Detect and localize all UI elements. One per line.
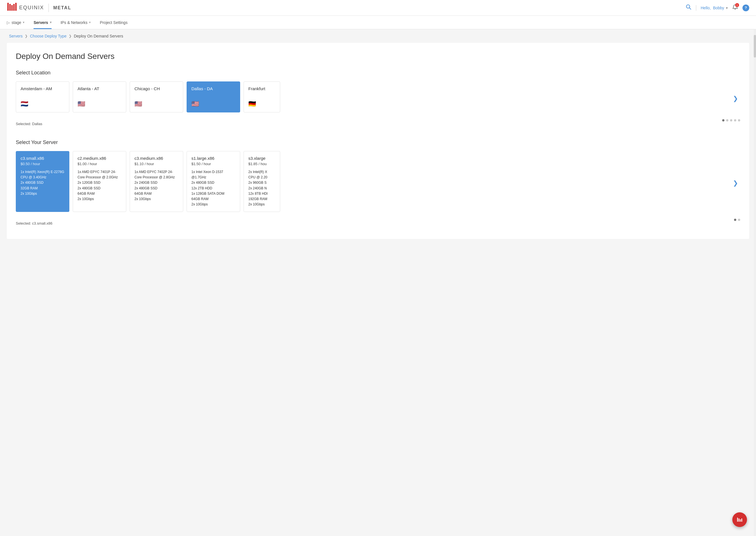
location-chicago-name: Chicago - CH bbox=[134, 86, 178, 91]
location-footer: Selected: Dallas bbox=[16, 119, 740, 130]
nav-project-settings[interactable]: Project Settings bbox=[100, 16, 127, 29]
svg-line-6 bbox=[689, 8, 691, 9]
header-right: Hello, Bobby ▾ 1 ? bbox=[686, 4, 749, 11]
server-c3-medium-price: $1.10 / hour bbox=[134, 162, 178, 166]
server-section-title: Select Your Server bbox=[16, 140, 740, 146]
location-cards-row: Amsterdam - AM 🇳🇱 Atlanta - AT 🇺🇸 Chicag… bbox=[16, 82, 740, 116]
nav-project-label: stage bbox=[12, 20, 21, 25]
equinix-logo-icon bbox=[7, 2, 17, 14]
logo: EQUINIX METAL bbox=[7, 2, 71, 14]
help-button[interactable]: ? bbox=[742, 5, 749, 11]
main-content: Deploy On Demand Servers Select Location… bbox=[7, 43, 749, 239]
location-next-button[interactable]: ❯ bbox=[731, 95, 740, 102]
location-dallas[interactable]: Dallas - DA 🇺🇸 bbox=[187, 82, 240, 113]
server-dot-2[interactable] bbox=[738, 219, 740, 221]
header-divider bbox=[696, 5, 696, 11]
server-c3-medium-specs: 1x AMD EPYC 7402P 24-Core Processor @ 2.… bbox=[134, 169, 178, 202]
server-s1-large-name: s1.large.x86 bbox=[191, 156, 235, 161]
nav-project[interactable]: ▷ stage ▾ bbox=[7, 16, 24, 29]
server-c2-medium[interactable]: c2.medium.x86 $1.00 / hour 1x AMD EPYC 7… bbox=[73, 151, 126, 212]
selected-server-label: Selected: c3.small.x86 bbox=[16, 221, 52, 225]
location-frankfurt-flag: 🇩🇪 bbox=[248, 100, 275, 108]
location-dot-1[interactable] bbox=[722, 119, 724, 121]
selected-location-label: Selected: Dallas bbox=[16, 122, 42, 126]
nav-settings-label: Project Settings bbox=[100, 20, 127, 25]
svg-rect-4 bbox=[15, 3, 17, 11]
server-s3-xlarge-name: s3.xlarge bbox=[248, 156, 275, 161]
server-c3-small[interactable]: c3.small.x86 $0.50 / hour 1x Intel(R) Xe… bbox=[16, 151, 69, 212]
server-pagination bbox=[734, 219, 740, 221]
server-s3-xlarge-price: $1.85 / hou bbox=[248, 162, 275, 166]
server-c3-small-name: c3.small.x86 bbox=[20, 156, 65, 161]
location-dot-3[interactable] bbox=[730, 119, 732, 121]
location-dallas-name: Dallas - DA bbox=[191, 86, 235, 91]
location-chicago[interactable]: Chicago - CH 🇺🇸 bbox=[130, 82, 183, 113]
server-c2-medium-name: c2.medium.x86 bbox=[78, 156, 121, 161]
server-c2-medium-specs: 1x AMD EPYC 7401P 24-Core Processor @ 2.… bbox=[78, 169, 121, 202]
logo-text: EQUINIX bbox=[19, 5, 44, 11]
search-icon[interactable] bbox=[686, 4, 691, 11]
svg-point-5 bbox=[686, 5, 690, 8]
location-atlanta-name: Atlanta - AT bbox=[78, 86, 121, 91]
location-frankfurt-name: Frankfurt bbox=[248, 86, 275, 91]
server-c3-medium-name: c3.medium.x86 bbox=[134, 156, 178, 161]
header-greeting: Hello, Bobby ▾ bbox=[701, 6, 728, 10]
logo-metal: METAL bbox=[53, 5, 71, 11]
scrollbar-thumb[interactable] bbox=[754, 35, 756, 57]
breadcrumb: Servers ❯ Choose Deploy Type ❯ Deploy On… bbox=[0, 29, 756, 43]
server-dot-1[interactable] bbox=[734, 219, 736, 221]
page-title: Deploy On Demand Servers bbox=[16, 52, 740, 61]
breadcrumb-deploy-type[interactable]: Choose Deploy Type bbox=[30, 34, 67, 38]
nav-servers-label: Servers bbox=[34, 20, 48, 25]
svg-rect-3 bbox=[13, 4, 15, 11]
nav-ips-label: IPs & Networks bbox=[61, 20, 88, 25]
server-s3-xlarge[interactable]: s3.xlarge $1.85 / hou 2x Intel(R) XCPU @… bbox=[244, 151, 280, 212]
header: EQUINIX METAL Hello, Bobby ▾ 1 ? bbox=[0, 0, 756, 16]
location-pagination bbox=[722, 119, 740, 121]
server-cards-row: c3.small.x86 $0.50 / hour 1x Intel(R) Xe… bbox=[16, 151, 740, 215]
server-c2-medium-price: $1.00 / hour bbox=[78, 162, 121, 166]
server-next-button[interactable]: ❯ bbox=[731, 180, 740, 187]
location-chicago-flag: 🇺🇸 bbox=[134, 100, 178, 108]
header-left: EQUINIX METAL bbox=[7, 2, 71, 14]
notification-badge: 1 bbox=[735, 3, 739, 7]
svg-rect-1 bbox=[9, 4, 11, 11]
location-dallas-flag: 🇺🇸 bbox=[191, 100, 235, 108]
nav-ips-networks[interactable]: IPs & Networks ▾ bbox=[61, 16, 91, 29]
server-c3-small-specs: 1x Intel(R) Xeon(R) E-2278G CPU @ 3.40GH… bbox=[20, 169, 65, 196]
location-atlanta[interactable]: Atlanta - AT 🇺🇸 bbox=[73, 82, 126, 113]
server-s1-large[interactable]: s1.large.x86 $1.50 / hour 1x Intel Xeon … bbox=[187, 151, 240, 212]
chevron-down-icon: ▾ bbox=[726, 6, 728, 10]
svg-rect-0 bbox=[7, 3, 9, 11]
servers-chevron-icon: ▾ bbox=[50, 20, 52, 24]
svg-point-7 bbox=[735, 9, 736, 10]
nav-servers[interactable]: Servers ▾ bbox=[34, 16, 51, 29]
server-s3-xlarge-specs: 2x Intel(R) XCPU @ 2.202x 960GB S2x 240G… bbox=[248, 169, 275, 207]
location-atlanta-flag: 🇺🇸 bbox=[78, 100, 121, 108]
breadcrumb-sep-1: ❯ bbox=[25, 34, 28, 38]
server-footer: Selected: c3.small.x86 bbox=[16, 219, 740, 230]
location-cards: Amsterdam - AM 🇳🇱 Atlanta - AT 🇺🇸 Chicag… bbox=[16, 82, 731, 113]
location-dot-5[interactable] bbox=[738, 119, 740, 121]
location-amsterdam[interactable]: Amsterdam - AM 🇳🇱 bbox=[16, 82, 69, 113]
server-s1-large-specs: 1x Intel Xeon D-1537 @1.7GHz2x 480GB SSD… bbox=[191, 169, 235, 207]
server-c3-small-price: $0.50 / hour bbox=[20, 162, 65, 166]
server-s1-large-price: $1.50 / hour bbox=[191, 162, 235, 166]
folder-icon: ▷ bbox=[7, 20, 10, 25]
location-amsterdam-flag: 🇳🇱 bbox=[20, 100, 65, 108]
svg-rect-2 bbox=[11, 5, 13, 11]
breadcrumb-servers[interactable]: Servers bbox=[9, 34, 22, 38]
notifications-button[interactable]: 1 bbox=[732, 4, 738, 11]
ips-chevron-icon: ▾ bbox=[89, 20, 91, 24]
project-chevron-icon: ▾ bbox=[23, 20, 24, 24]
location-dot-2[interactable] bbox=[726, 119, 728, 121]
header-username[interactable]: Bobby bbox=[713, 6, 724, 10]
logo-divider bbox=[49, 4, 49, 12]
location-amsterdam-name: Amsterdam - AM bbox=[20, 86, 65, 91]
server-c3-medium[interactable]: c3.medium.x86 $1.10 / hour 1x AMD EPYC 7… bbox=[130, 151, 183, 212]
location-dot-4[interactable] bbox=[734, 119, 736, 121]
server-cards: c3.small.x86 $0.50 / hour 1x Intel(R) Xe… bbox=[16, 151, 731, 212]
scrollbar-track bbox=[754, 29, 756, 246]
location-frankfurt[interactable]: Frankfurt 🇩🇪 bbox=[244, 82, 280, 113]
breadcrumb-current: Deploy On Demand Servers bbox=[74, 34, 123, 38]
